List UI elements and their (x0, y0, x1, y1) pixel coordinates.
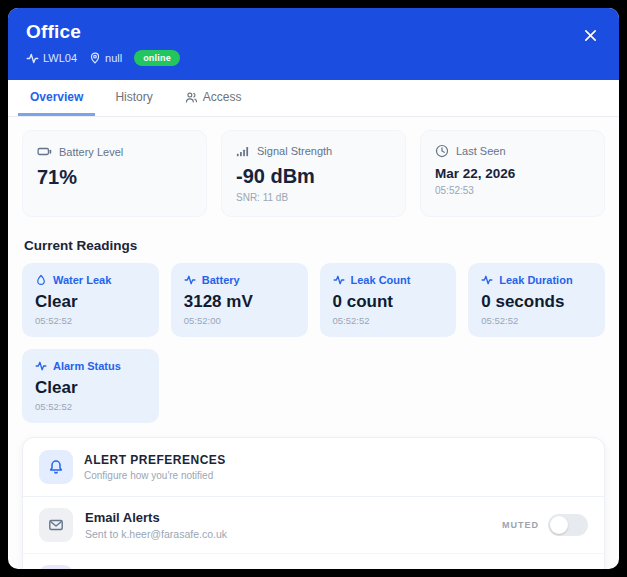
droplet-icon (35, 274, 47, 286)
reading-label: Leak Count (351, 274, 411, 286)
reading-time: 05:52:52 (35, 401, 146, 412)
device-meta: LWL04 null online (26, 50, 601, 66)
activity-icon (481, 274, 493, 286)
stat-sub: 05:52:53 (435, 185, 590, 196)
stat-sub: SNR: 11 dB (236, 192, 391, 203)
battery-icon (37, 144, 52, 159)
modal-header: Office LWL04 null online (8, 8, 619, 80)
push-notifications-row: Push Notifications Real-time alerts on d… (23, 553, 604, 569)
email-alerts-row: Email Alerts Sent to k.heer@farasafe.co.… (23, 497, 604, 553)
activity-icon (184, 274, 196, 286)
alert-preferences-subtitle: Configure how you're notified (84, 470, 226, 481)
reading-card-battery: Battery 3128 mV 05:52:00 (171, 263, 308, 337)
reading-label: Alarm Status (53, 360, 121, 372)
page-title: Office (26, 21, 601, 43)
reading-label: Battery (202, 274, 240, 286)
reading-label: Leak Duration (499, 274, 572, 286)
signal-icon (236, 144, 250, 158)
close-icon[interactable] (579, 24, 601, 46)
tab-bar: Overview History Access (8, 80, 619, 117)
stat-value: 71% (37, 166, 192, 189)
section-title-current-readings: Current Readings (24, 238, 605, 253)
stat-label: Last Seen (456, 145, 506, 157)
reading-time: 05:52:00 (184, 315, 295, 326)
overview-panel: Battery Level 71% Signal Strength -90 dB… (8, 117, 619, 569)
device-id: LWL04 (26, 52, 77, 65)
device-location: null (89, 52, 122, 64)
reading-time: 05:52:52 (333, 315, 444, 326)
reading-time: 05:52:52 (35, 315, 146, 326)
email-alerts-toggle[interactable] (548, 514, 588, 536)
tab-history[interactable]: History (103, 80, 164, 116)
device-detail-modal: Office LWL04 null online Overview (8, 8, 619, 569)
map-pin-icon (89, 52, 101, 64)
last-seen-card: Last Seen Mar 22, 2026 05:52:53 (420, 130, 605, 217)
users-icon (185, 91, 198, 104)
stat-label: Battery Level (59, 146, 123, 158)
reading-card-alarm-status: Alarm Status Clear 05:52:52 (22, 349, 159, 423)
push-notifications-title: Push Notifications (85, 567, 488, 569)
reading-card-leak-count: Leak Count 0 count 05:52:52 (320, 263, 457, 337)
reading-value: Clear (35, 378, 146, 398)
email-alerts-title: Email Alerts (85, 510, 490, 525)
reading-value: 0 count (333, 292, 444, 312)
status-badge: online (134, 50, 180, 66)
activity-icon (333, 274, 345, 286)
bell-icon (39, 450, 73, 484)
activity-icon (35, 360, 47, 372)
reading-time: 05:52:52 (481, 315, 592, 326)
stat-label: Signal Strength (257, 145, 332, 157)
readings-grid: Water Leak Clear 05:52:52 Battery 3128 m… (22, 263, 605, 423)
stats-row: Battery Level 71% Signal Strength -90 dB… (22, 130, 605, 217)
tab-overview[interactable]: Overview (18, 80, 95, 116)
alert-preferences-card: ALERT PREFERENCES Configure how you're n… (22, 437, 605, 569)
clock-icon (435, 144, 449, 158)
mail-icon (39, 508, 73, 542)
alert-preferences-title: ALERT PREFERENCES (84, 453, 226, 467)
reading-value: 3128 mV (184, 292, 295, 312)
alert-preferences-header: ALERT PREFERENCES Configure how you're n… (23, 438, 604, 497)
bell-icon (39, 565, 73, 569)
signal-strength-card: Signal Strength -90 dBm SNR: 11 dB (221, 130, 406, 217)
email-alerts-state-label: MUTED (502, 520, 539, 530)
reading-value: 0 seconds (481, 292, 592, 312)
activity-icon (26, 52, 39, 65)
email-alerts-subtitle: Sent to k.heer@farasafe.co.uk (85, 528, 490, 540)
reading-card-leak-duration: Leak Duration 0 seconds 05:52:52 (468, 263, 605, 337)
tab-access[interactable]: Access (173, 80, 254, 116)
reading-card-water-leak: Water Leak Clear 05:52:52 (22, 263, 159, 337)
battery-level-card: Battery Level 71% (22, 130, 207, 217)
reading-label: Water Leak (53, 274, 111, 286)
stat-value: Mar 22, 2026 (435, 166, 590, 181)
stat-value: -90 dBm (236, 165, 391, 188)
reading-value: Clear (35, 292, 146, 312)
